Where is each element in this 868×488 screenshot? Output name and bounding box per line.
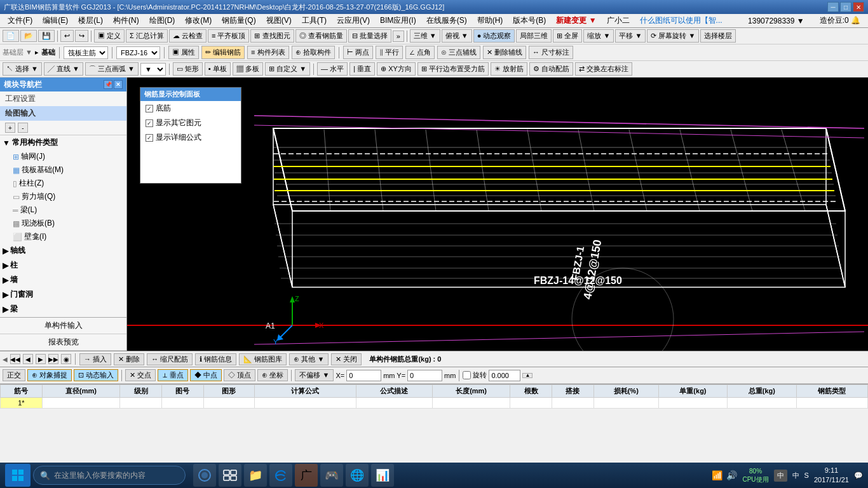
btn-auto-config[interactable]: ⚙ 自动配筋 [529,62,573,76]
btn-nav-next[interactable]: ▶ [36,354,46,364]
menu-phone[interactable]: 13907298339 ▼ [743,15,810,27]
btn-nav-last[interactable]: ▶▶ [48,354,58,364]
rebar-panel-item-show-formula[interactable]: 显示详细公式 [140,130,241,145]
btn-intersection[interactable]: ✕ 交点 [125,369,156,381]
shape-select[interactable]: ▼ [140,63,166,76]
rotate-checkbox[interactable] [463,371,471,379]
btn-3d[interactable]: 三维 ▼ [410,29,440,43]
sidebar-item-beam[interactable]: ═ 梁(L) [0,203,126,217]
btn-no-offset[interactable]: 不偏移 ▼ [295,369,334,381]
cell-diameter[interactable] [42,398,120,409]
menu-guangxiao[interactable]: 广小二 [602,14,635,27]
table-row[interactable]: 1* [1,398,868,409]
menu-draw[interactable]: 绘图(D) [144,14,180,27]
btn-close-panel[interactable]: ✕ 关闭 [331,353,362,365]
btn-redo[interactable]: ↪ [75,30,88,42]
menu-file[interactable]: 文件(F) [3,14,37,27]
lang-indicator[interactable]: 中 [774,470,787,482]
btn-custom[interactable]: ⊞ 自定义 ▼ [265,62,310,76]
btn-rebar-info[interactable]: ℹ 钢筋信息 [195,353,236,365]
btn-batch-select[interactable]: ⊟ 批量选择 [348,29,391,43]
btn-rebar-drawing[interactable]: 📐 钢筋图库 [239,353,287,365]
menu-tools[interactable]: 工具(T) [297,14,332,27]
cell-type[interactable] [796,398,867,409]
menu-bim[interactable]: BIM应用(I) [375,14,421,27]
btn-undo[interactable]: ↩ [60,30,74,42]
checkbox-bottom-rebar[interactable] [146,105,153,112]
sidebar-category-wall[interactable]: ▶ 墙 [0,273,126,287]
btn-screen-rotate[interactable]: ⟳ 屏幕旋转 ▼ [647,29,699,43]
btn-nav-first[interactable]: ◀◀ [10,354,20,364]
sidebar-item-drawing-input[interactable]: 绘图输入 [0,106,126,121]
cell-grade[interactable] [120,398,162,409]
btn-property[interactable]: ▣ 属性 [168,46,199,59]
btn-horizontal[interactable]: — 水平 [317,62,348,76]
taskbar-app-5[interactable]: 📊 [371,464,394,487]
taskbar-app-3[interactable]: 🎮 [320,464,343,487]
btn-dimension[interactable]: ↔ 尺寸标注 [529,46,573,59]
sidebar-item-niche[interactable]: ⬜ 壁龛(I) [0,230,126,243]
btn-save[interactable]: 💾 [38,30,55,42]
btn-dynamic-view[interactable]: ● 动态观察 [473,29,515,43]
cell-drawing-num[interactable] [162,398,204,409]
btn-line-tool[interactable]: ╱ 直线 ▼ [44,62,83,76]
x-input[interactable] [346,370,381,381]
component-select[interactable]: FBZJ-16 [116,46,160,59]
sidebar-category-axis[interactable]: ▶ 轴线 [0,243,126,258]
menu-view[interactable]: 视图(V) [261,14,297,27]
taskbar-app-4[interactable]: 🌐 [346,464,369,487]
drawing-area[interactable]: FBZJ-1 4@12@150 FBZJ-14@12@150 A1 Z X [127,78,868,351]
btn-edit-rebar[interactable]: ✏ 编辑钢筋 [201,46,245,59]
taskbar-app-folder[interactable]: 📁 [244,464,267,487]
btn-arc-tool[interactable]: ⌒ 三点画弧 ▼ [85,62,139,76]
btn-select-floor[interactable]: 选择楼层 [700,29,736,43]
btn-open[interactable]: 📂 [20,30,37,42]
btn-view-rebar[interactable]: ◎ 查看钢筋量 [295,29,347,43]
btn-radial[interactable]: ☀ 放射筋 [491,62,527,76]
sidebar-item-shear-wall[interactable]: ▭ 剪力墙(Q) [0,190,126,203]
btn-pan[interactable]: 平移 ▼ [615,29,646,43]
sidebar-item-column[interactable]: ▯ 柱柱(Z) [0,177,126,190]
menu-price[interactable]: 造价豆:0 🔔 [815,14,865,27]
btn-midpoint[interactable]: ◆ 中点 [190,369,222,381]
cell-loss[interactable] [593,398,658,409]
btn-align-top[interactable]: ≡ 平齐板顶 [208,29,249,43]
btn-new[interactable]: 📄 [3,30,19,42]
btn-single-component-input[interactable]: 单构件输入 [0,318,126,334]
menu-help[interactable]: 帮助(H) [472,14,508,27]
btn-parallel-edge[interactable]: ⊞ 平行边布置受力筋 [417,62,489,76]
btn-parallel[interactable]: ‖ 平行 [376,46,403,59]
btn-dynamic-input[interactable]: ⊡ 动态输入 [74,369,118,381]
cell-formula[interactable] [254,398,356,409]
btn-point-angle[interactable]: ∠ 点角 [405,46,435,59]
sidebar-pin-button[interactable]: 📌 [104,80,112,89]
menu-smart-help[interactable]: 什么图纸可以使用【智... [635,14,728,27]
menu-online[interactable]: 在线服务(S) [421,14,472,27]
btn-three-point-aux[interactable]: ⊙ 三点辅线 [437,46,480,59]
btn-vertex[interactable]: ◇ 顶点 [224,369,255,381]
sidebar-category-door-win[interactable]: ▶ 门窗洞 [0,287,126,302]
btn-object-snap[interactable]: ⊕ 对象捕捉 [27,369,72,381]
btn-two-point[interactable]: ⊢ 两点 [343,46,373,59]
cell-unit-weight[interactable] [658,398,727,409]
btn-nav-prev[interactable]: ◀ [23,354,33,364]
taskbar-search[interactable]: 🔍 在这里输入你要搜索的内容 [33,466,186,485]
sidebar-category-beam[interactable]: ▶ 梁 [0,302,126,316]
maximize-button[interactable]: □ [840,2,851,12]
menu-version[interactable]: 版本号(B) [508,14,551,27]
btn-coordinate[interactable]: ⊕ 坐标 [257,369,288,381]
cell-total-weight[interactable] [728,398,796,409]
taskbar-app-ggj[interactable]: 广 [295,464,318,487]
rotate-input[interactable] [489,370,520,381]
btn-xy-dir[interactable]: ⊕ XY方向 [377,62,416,76]
checkbox-show-other[interactable] [146,119,153,127]
btn-select-tool[interactable]: ↖ 选择 ▼ [3,62,42,76]
sidebar-item-project-settings[interactable]: 工程设置 [0,92,126,106]
btn-fullscreen[interactable]: ⊞ 全屏 [553,29,582,43]
btn-resize-rebar[interactable]: ↔ 缩尺配筋 [147,353,193,365]
taskbar-app-taskview[interactable] [219,464,241,487]
btn-zoom[interactable]: 缩放 ▼ [583,29,614,43]
cell-shape[interactable] [203,398,254,409]
taskbar-time[interactable]: 9:11 2017/11/21 [814,466,849,485]
sidebar-item-axisnet[interactable]: ⊞ 轴网(J) [0,150,126,163]
